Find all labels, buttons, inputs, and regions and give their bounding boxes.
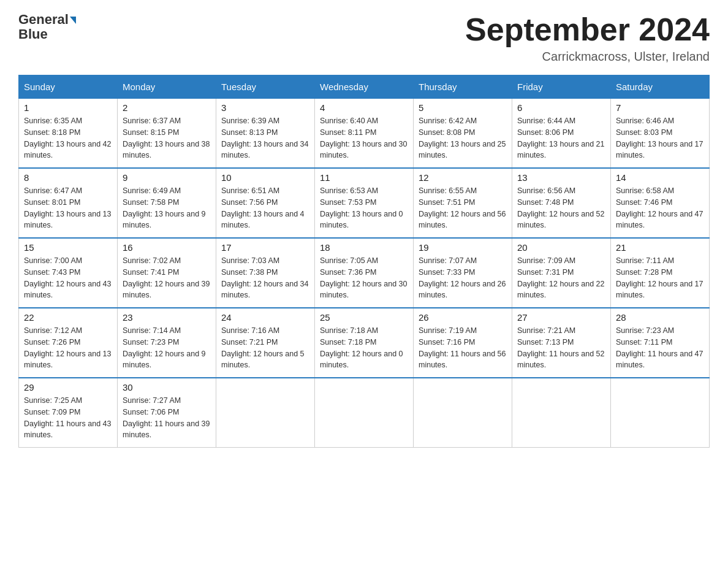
table-row: 4 Sunrise: 6:40 AM Sunset: 8:11 PM Dayli… xyxy=(315,99,414,169)
calendar-week-row: 8 Sunrise: 6:47 AM Sunset: 8:01 PM Dayli… xyxy=(19,168,710,238)
table-row: 18 Sunrise: 7:05 AM Sunset: 7:36 PM Dayl… xyxy=(315,238,414,308)
day-info: Sunrise: 7:07 AM Sunset: 7:33 PM Dayligh… xyxy=(419,255,507,301)
day-number: 10 xyxy=(221,172,309,183)
day-info: Sunrise: 6:58 AM Sunset: 7:46 PM Dayligh… xyxy=(616,185,704,231)
table-row: 29 Sunrise: 7:25 AM Sunset: 7:09 PM Dayl… xyxy=(19,378,118,448)
table-row: 26 Sunrise: 7:19 AM Sunset: 7:16 PM Dayl… xyxy=(414,308,512,378)
day-number: 4 xyxy=(320,102,408,113)
day-number: 16 xyxy=(123,242,211,253)
calendar-week-row: 22 Sunrise: 7:12 AM Sunset: 7:26 PM Dayl… xyxy=(19,308,710,378)
day-info: Sunrise: 6:39 AM Sunset: 8:13 PM Dayligh… xyxy=(221,115,309,161)
table-row xyxy=(414,378,512,448)
table-row: 27 Sunrise: 7:21 AM Sunset: 7:13 PM Dayl… xyxy=(512,308,611,378)
table-row: 17 Sunrise: 7:03 AM Sunset: 7:38 PM Dayl… xyxy=(216,238,315,308)
day-info: Sunrise: 6:55 AM Sunset: 7:51 PM Dayligh… xyxy=(419,185,507,231)
table-row xyxy=(611,378,710,448)
day-info: Sunrise: 7:18 AM Sunset: 7:18 PM Dayligh… xyxy=(320,325,408,371)
table-row: 6 Sunrise: 6:44 AM Sunset: 8:06 PM Dayli… xyxy=(512,99,611,169)
calendar-header-row: Sunday Monday Tuesday Wednesday Thursday… xyxy=(19,75,710,99)
table-row: 5 Sunrise: 6:42 AM Sunset: 8:08 PM Dayli… xyxy=(414,99,512,169)
day-number: 13 xyxy=(517,172,605,183)
table-row: 24 Sunrise: 7:16 AM Sunset: 7:21 PM Dayl… xyxy=(216,308,315,378)
day-number: 7 xyxy=(616,102,704,113)
day-info: Sunrise: 7:19 AM Sunset: 7:16 PM Dayligh… xyxy=(419,325,507,371)
day-info: Sunrise: 6:37 AM Sunset: 8:15 PM Dayligh… xyxy=(123,115,211,161)
table-row: 9 Sunrise: 6:49 AM Sunset: 7:58 PM Dayli… xyxy=(118,168,216,238)
day-number: 22 xyxy=(24,312,112,323)
table-row: 15 Sunrise: 7:00 AM Sunset: 7:43 PM Dayl… xyxy=(19,238,118,308)
location-subtitle: Carrickmacross, Ulster, Ireland xyxy=(465,50,710,64)
calendar-week-row: 29 Sunrise: 7:25 AM Sunset: 7:09 PM Dayl… xyxy=(19,378,710,448)
day-info: Sunrise: 6:49 AM Sunset: 7:58 PM Dayligh… xyxy=(123,185,211,231)
day-number: 19 xyxy=(419,242,507,253)
day-number: 28 xyxy=(616,312,704,323)
day-info: Sunrise: 7:21 AM Sunset: 7:13 PM Dayligh… xyxy=(517,325,605,371)
day-number: 25 xyxy=(320,312,408,323)
table-row: 8 Sunrise: 6:47 AM Sunset: 8:01 PM Dayli… xyxy=(19,168,118,238)
day-info: Sunrise: 6:42 AM Sunset: 8:08 PM Dayligh… xyxy=(419,115,507,161)
day-info: Sunrise: 7:12 AM Sunset: 7:26 PM Dayligh… xyxy=(24,325,112,371)
title-area: September 2024 Carrickmacross, Ulster, I… xyxy=(465,12,710,64)
day-number: 5 xyxy=(419,102,507,113)
day-number: 6 xyxy=(517,102,605,113)
calendar-week-row: 1 Sunrise: 6:35 AM Sunset: 8:18 PM Dayli… xyxy=(19,99,710,169)
table-row: 16 Sunrise: 7:02 AM Sunset: 7:41 PM Dayl… xyxy=(118,238,216,308)
day-info: Sunrise: 6:56 AM Sunset: 7:48 PM Dayligh… xyxy=(517,185,605,231)
logo-text-general: General xyxy=(18,12,76,27)
day-info: Sunrise: 7:02 AM Sunset: 7:41 PM Dayligh… xyxy=(123,255,211,301)
day-number: 1 xyxy=(24,102,112,113)
day-number: 18 xyxy=(320,242,408,253)
day-info: Sunrise: 7:25 AM Sunset: 7:09 PM Dayligh… xyxy=(24,395,112,441)
calendar-table: Sunday Monday Tuesday Wednesday Thursday… xyxy=(18,75,710,448)
col-saturday: Saturday xyxy=(611,75,710,99)
table-row: 3 Sunrise: 6:39 AM Sunset: 8:13 PM Dayli… xyxy=(216,99,315,169)
day-info: Sunrise: 7:05 AM Sunset: 7:36 PM Dayligh… xyxy=(320,255,408,301)
col-tuesday: Tuesday xyxy=(216,75,315,99)
day-info: Sunrise: 7:23 AM Sunset: 7:11 PM Dayligh… xyxy=(616,325,704,371)
day-number: 27 xyxy=(517,312,605,323)
day-info: Sunrise: 6:53 AM Sunset: 7:53 PM Dayligh… xyxy=(320,185,408,231)
day-number: 17 xyxy=(221,242,309,253)
day-number: 24 xyxy=(221,312,309,323)
col-thursday: Thursday xyxy=(414,75,512,99)
page-header: General Blue September 2024 Carrickmacro… xyxy=(18,12,710,64)
table-row: 10 Sunrise: 6:51 AM Sunset: 7:56 PM Dayl… xyxy=(216,168,315,238)
day-number: 30 xyxy=(123,382,211,393)
day-info: Sunrise: 6:46 AM Sunset: 8:03 PM Dayligh… xyxy=(616,115,704,161)
table-row: 7 Sunrise: 6:46 AM Sunset: 8:03 PM Dayli… xyxy=(611,99,710,169)
table-row: 11 Sunrise: 6:53 AM Sunset: 7:53 PM Dayl… xyxy=(315,168,414,238)
month-title: September 2024 xyxy=(465,12,710,47)
day-info: Sunrise: 7:27 AM Sunset: 7:06 PM Dayligh… xyxy=(123,395,211,441)
table-row xyxy=(315,378,414,448)
table-row: 20 Sunrise: 7:09 AM Sunset: 7:31 PM Dayl… xyxy=(512,238,611,308)
day-number: 29 xyxy=(24,382,112,393)
logo-text-blue: Blue xyxy=(18,26,48,42)
day-number: 15 xyxy=(24,242,112,253)
day-info: Sunrise: 7:00 AM Sunset: 7:43 PM Dayligh… xyxy=(24,255,112,301)
logo-arrow-icon xyxy=(70,17,76,24)
day-info: Sunrise: 6:40 AM Sunset: 8:11 PM Dayligh… xyxy=(320,115,408,161)
day-number: 9 xyxy=(123,172,211,183)
table-row xyxy=(512,378,611,448)
day-number: 8 xyxy=(24,172,112,183)
table-row: 12 Sunrise: 6:55 AM Sunset: 7:51 PM Dayl… xyxy=(414,168,512,238)
col-monday: Monday xyxy=(118,75,216,99)
day-number: 23 xyxy=(123,312,211,323)
col-friday: Friday xyxy=(512,75,611,99)
day-number: 21 xyxy=(616,242,704,253)
day-number: 11 xyxy=(320,172,408,183)
table-row: 23 Sunrise: 7:14 AM Sunset: 7:23 PM Dayl… xyxy=(118,308,216,378)
col-wednesday: Wednesday xyxy=(315,75,414,99)
day-number: 12 xyxy=(419,172,507,183)
table-row: 1 Sunrise: 6:35 AM Sunset: 8:18 PM Dayli… xyxy=(19,99,118,169)
day-number: 14 xyxy=(616,172,704,183)
day-info: Sunrise: 6:35 AM Sunset: 8:18 PM Dayligh… xyxy=(24,115,112,161)
day-info: Sunrise: 6:44 AM Sunset: 8:06 PM Dayligh… xyxy=(517,115,605,161)
table-row: 28 Sunrise: 7:23 AM Sunset: 7:11 PM Dayl… xyxy=(611,308,710,378)
day-info: Sunrise: 7:09 AM Sunset: 7:31 PM Dayligh… xyxy=(517,255,605,301)
table-row: 19 Sunrise: 7:07 AM Sunset: 7:33 PM Dayl… xyxy=(414,238,512,308)
day-info: Sunrise: 7:16 AM Sunset: 7:21 PM Dayligh… xyxy=(221,325,309,371)
table-row: 2 Sunrise: 6:37 AM Sunset: 8:15 PM Dayli… xyxy=(118,99,216,169)
table-row: 25 Sunrise: 7:18 AM Sunset: 7:18 PM Dayl… xyxy=(315,308,414,378)
day-number: 2 xyxy=(123,102,211,113)
